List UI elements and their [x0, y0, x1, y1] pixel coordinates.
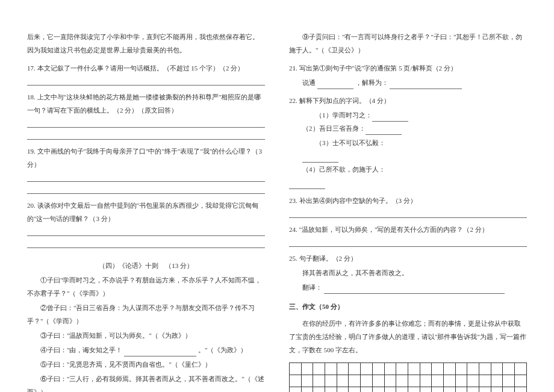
grid-cell[interactable] — [515, 387, 527, 393]
grid-cell[interactable] — [301, 363, 313, 375]
grid-cell[interactable] — [325, 387, 337, 393]
grid-cell[interactable] — [503, 375, 515, 387]
q17-text: 17. 本文记叙了一件什么事？请用一句话概括。（不超过 15 个字）（2 分） — [27, 61, 265, 75]
grid-cell[interactable] — [337, 363, 349, 375]
grid-cell[interactable] — [384, 375, 396, 387]
q21-blank-a[interactable] — [317, 82, 353, 89]
q25-translate-blank[interactable] — [324, 287, 505, 294]
grid-cell[interactable] — [313, 375, 325, 387]
grid-cell[interactable] — [408, 375, 420, 387]
q22-3-blank[interactable] — [302, 155, 338, 163]
lunyu-6: ⑥子曰："三人行，必有我师焉。择其善者而从之，其不善者而改之。"（《述而》） — [27, 372, 265, 392]
q17-answer-line[interactable] — [27, 77, 265, 86]
grid-cell[interactable] — [337, 375, 349, 387]
grid-cell[interactable] — [361, 387, 373, 393]
grid-cell[interactable] — [372, 375, 384, 387]
grid-cell[interactable] — [467, 375, 479, 387]
grid-cell[interactable] — [467, 387, 479, 393]
grid-cell[interactable] — [372, 363, 384, 375]
lunyu-5: ⑤子曰："见贤思齐焉，见不贤而内自省也。"（《里仁》） — [27, 358, 265, 371]
q18-answer-line-1[interactable] — [27, 119, 265, 128]
q20-answer-line-2[interactable] — [27, 240, 265, 248]
grid-cell[interactable] — [491, 387, 503, 393]
q22-3-label: （3）士不可以不弘毅： — [316, 139, 385, 146]
q24-answer-line[interactable] — [289, 238, 527, 247]
lunyu-4-blank[interactable] — [124, 349, 196, 356]
grid-cell[interactable] — [443, 363, 455, 375]
grid-cell[interactable] — [408, 363, 420, 375]
grid-cell[interactable] — [491, 375, 503, 387]
grid-cell[interactable] — [420, 375, 432, 387]
grid-cell[interactable] — [491, 363, 503, 375]
grid-cell[interactable] — [301, 387, 313, 393]
grid-cell[interactable] — [361, 363, 373, 375]
grid-cell[interactable] — [337, 387, 349, 393]
q21-text: 21. 写出第①则句子中"说"字的通假第 5 页/解释页（2 分） — [289, 61, 527, 75]
grid-cell[interactable] — [479, 363, 491, 375]
grid-cell[interactable] — [349, 375, 361, 387]
lunyu-4: ④子曰："由，诲女知之乎！ 。"（《为政》） — [27, 343, 265, 356]
grid-cell[interactable] — [396, 375, 408, 387]
grid-cell[interactable] — [325, 363, 337, 375]
q22-row2: （3）士不可以不弘毅： （4）己所不欲，勿施于人： — [289, 136, 527, 189]
grid-cell[interactable] — [408, 387, 420, 393]
grid-cell[interactable] — [290, 387, 302, 393]
q21-answer-row: 说通 ，解释为： — [289, 76, 527, 89]
grid-cell[interactable] — [349, 363, 361, 375]
grid-cell[interactable] — [503, 363, 515, 375]
grid-cell[interactable] — [290, 375, 302, 387]
grid-cell[interactable] — [301, 375, 313, 387]
grid-cell[interactable] — [372, 387, 384, 393]
essay-prompt: 在你的经历中，有许许多多的事让你难忘；而有的事情，更是让你从中获取了宝贵的生活经… — [289, 317, 527, 356]
q25-translate-row: 翻译： — [289, 281, 527, 294]
q21-label-b: ，解释为： — [355, 79, 388, 86]
q22-2-label: （2）吾日三省吾身： — [302, 125, 366, 132]
grid-cell[interactable] — [467, 363, 479, 375]
grid-cell[interactable] — [479, 375, 491, 387]
q21-label-a: 说通 — [302, 79, 316, 86]
q22-1-label: （1）学而时习之： — [316, 111, 372, 119]
grid-cell[interactable] — [455, 363, 467, 375]
grid-cell[interactable] — [325, 375, 337, 387]
q21-blank-b[interactable] — [390, 82, 462, 89]
grid-cell[interactable] — [432, 363, 444, 375]
grid-cell[interactable] — [443, 375, 455, 387]
composition-grid[interactable] — [289, 362, 527, 392]
lunyu-title: （四）《论语》十则 （13 分） — [27, 259, 265, 272]
lunyu-9: ⑨子贡问曰："有一言而可以终身行之者乎？"子曰："其恕乎！己所不欲，勿施于人。"… — [289, 30, 527, 57]
grid-cell[interactable] — [384, 363, 396, 375]
q23-answer-line[interactable] — [289, 210, 527, 218]
grid-cell[interactable] — [384, 387, 396, 393]
grid-cell[interactable] — [455, 375, 467, 387]
q22-4-blank[interactable] — [289, 182, 325, 189]
q19-answer-line-1[interactable] — [27, 173, 265, 182]
grid-cell[interactable] — [515, 375, 527, 387]
q25-sentence: 择其善者而从之，其不善者而改之。 — [289, 266, 527, 279]
grid-cell[interactable] — [349, 387, 361, 393]
grid-cell[interactable] — [290, 363, 302, 375]
grid-cell[interactable] — [420, 363, 432, 375]
grid-cell[interactable] — [313, 387, 325, 393]
grid-cell[interactable] — [455, 387, 467, 393]
q18-answer-line-2[interactable] — [27, 131, 265, 140]
q22-text: 22. 解释下列加点的字词。（4 分） — [289, 94, 527, 107]
lunyu-4b: 。"（《为政》） — [198, 346, 247, 353]
grid-cell[interactable] — [396, 387, 408, 393]
grid-cell[interactable] — [432, 375, 444, 387]
q22-1-blank[interactable] — [372, 114, 408, 122]
grid-cell[interactable] — [432, 387, 444, 393]
grid-cell[interactable] — [313, 363, 325, 375]
grid-cell[interactable] — [479, 387, 491, 393]
grid-cell[interactable] — [503, 387, 515, 393]
q19-answer-line-2[interactable] — [27, 185, 265, 194]
lunyu-1: ①子曰"学而时习之，不亦说乎？有朋自远方来，不亦乐乎？人不知而不愠，不亦君子乎？… — [27, 273, 265, 300]
q20-answer-line-1[interactable] — [27, 228, 265, 236]
grid-cell[interactable] — [515, 363, 527, 375]
grid-cell[interactable] — [396, 363, 408, 375]
grid-cell[interactable] — [420, 387, 432, 393]
lunyu-2: ②曾子曰："吾日三省吾身：为人谋而不忠乎？与朋友交而不信乎？传不习乎？"（《学而… — [27, 301, 265, 328]
q22-2-blank[interactable] — [366, 128, 402, 135]
grid-cell[interactable] — [443, 387, 455, 393]
q25-text: 25. 句子翻译。（2 分） — [289, 252, 527, 265]
grid-cell[interactable] — [361, 375, 373, 387]
